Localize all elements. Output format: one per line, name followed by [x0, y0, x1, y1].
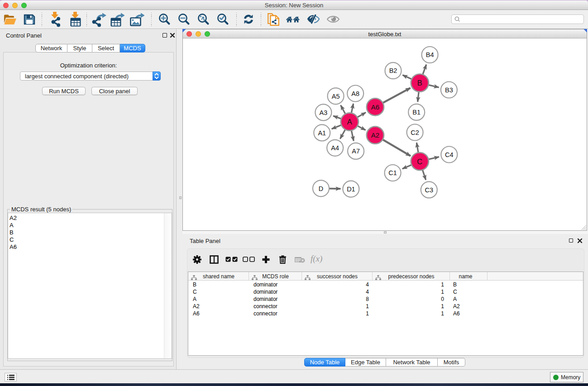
svg-text:A3: A3 — [320, 109, 328, 116]
svg-text:C2: C2 — [411, 129, 419, 136]
svg-text:B2: B2 — [389, 67, 397, 74]
svg-text:A7: A7 — [352, 148, 360, 155]
svg-text:B: B — [417, 79, 422, 87]
svg-text:A: A — [347, 118, 352, 126]
svg-text:A1: A1 — [318, 129, 326, 137]
svg-text:D: D — [319, 185, 323, 192]
svg-text:C4: C4 — [445, 151, 454, 158]
svg-text:B4: B4 — [426, 51, 434, 58]
svg-text:A8: A8 — [351, 90, 359, 97]
svg-text:A2: A2 — [371, 131, 379, 139]
svg-text:B1: B1 — [412, 109, 421, 116]
svg-text:D1: D1 — [347, 186, 355, 193]
svg-text:A4: A4 — [331, 144, 339, 152]
svg-text:B3: B3 — [445, 86, 453, 94]
svg-text:C1: C1 — [388, 169, 397, 176]
svg-text:C3: C3 — [425, 186, 434, 194]
svg-text:C: C — [417, 157, 422, 166]
svg-text:A5: A5 — [332, 93, 340, 100]
svg-text:A6: A6 — [371, 103, 379, 111]
